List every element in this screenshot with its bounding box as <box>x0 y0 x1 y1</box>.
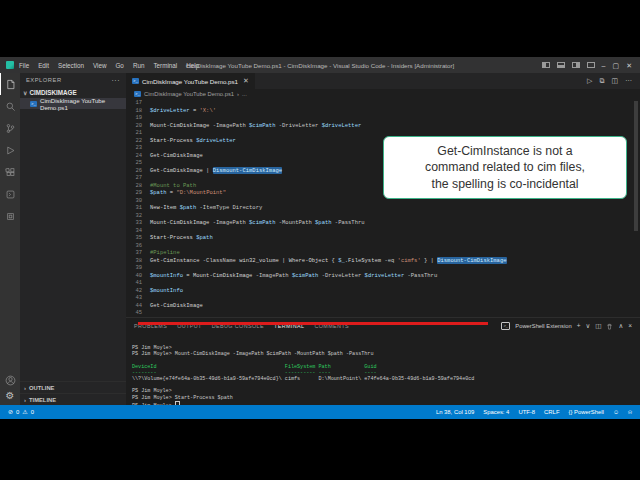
code-text: Start-Process $driveLetter <box>142 137 236 145</box>
outline-label: OUTLINE <box>29 385 54 391</box>
split-editor-icon[interactable]: ◫ <box>611 77 618 85</box>
editor-line-33[interactable]: 33Mount-CimDiskImage -ImagePath $cimPath… <box>126 219 640 227</box>
minimize-button[interactable]: – <box>602 62 606 69</box>
editor-line-41[interactable]: 41 <box>126 279 640 287</box>
editor-line-35[interactable]: 35Start-Process $path <box>126 234 640 242</box>
sidebar-file-demo-ps1[interactable]: >_ CimDiskImage YouTube Demo.ps1 <box>20 98 126 109</box>
code-text: $mountInfo <box>142 287 183 295</box>
editor-line-20[interactable]: 20Mount-CimDiskImage -ImagePath $cimPath… <box>126 122 640 130</box>
editor-line-38[interactable]: 38Get-CimInstance -ClassName win32_volum… <box>126 257 640 265</box>
feedback-icon[interactable]: ☺ <box>613 409 619 415</box>
customize-layout-icon[interactable] <box>587 62 595 68</box>
chevron-right-icon: › <box>24 397 26 403</box>
line-number: 36 <box>126 242 142 250</box>
kill-terminal-trash-icon[interactable] <box>606 323 613 330</box>
new-terminal-icon[interactable]: + <box>577 323 581 330</box>
panel-tab-debug-console[interactable]: DEBUG CONSOLE <box>212 318 264 333</box>
notifications-bell-icon[interactable]: ⍾ <box>628 409 632 415</box>
editor-line-39[interactable]: 39 <box>126 264 640 272</box>
menu-file[interactable]: File <box>19 62 29 69</box>
editor-line-40[interactable]: 40$mountInfo = Mount-CimDiskImage -Image… <box>126 272 640 280</box>
timeline-section[interactable]: › TIMELINE <box>20 393 126 405</box>
vscode-insiders-logo-icon <box>6 61 14 69</box>
menu-terminal[interactable]: Terminal <box>153 62 177 69</box>
run-and-debug-icon[interactable] <box>0 139 20 161</box>
editor-line-19[interactable]: 19 <box>126 114 640 122</box>
toggle-panel-icon[interactable] <box>557 62 565 68</box>
run-file-icon[interactable]: ▷ <box>587 77 592 85</box>
menu-go[interactable]: Go <box>115 62 123 69</box>
line-number: 24 <box>126 152 142 160</box>
terminal-shell-label[interactable]: PowerShell Extension <box>515 323 571 329</box>
editor-line-18[interactable]: 18$driveLetter = 'X:\' <box>126 107 640 115</box>
menu-view[interactable]: View <box>93 62 107 69</box>
editor-line-44[interactable]: 44Get-CimDiskImage <box>126 302 640 310</box>
editor-line-45[interactable]: 45 <box>126 309 640 317</box>
editor-line-31[interactable]: 31New-Item $path -ItemType Directory <box>126 204 640 212</box>
remote-explorer-icon[interactable] <box>0 183 20 205</box>
activity-bar-bottom: ⚙ <box>0 369 20 405</box>
settings-gear-icon[interactable]: ⚙ <box>6 391 15 401</box>
panel-tab-comments[interactable]: COMMENTS <box>314 318 349 333</box>
toggle-secondary-sidebar-icon[interactable] <box>572 62 580 68</box>
chevron-right-icon: › <box>24 385 26 391</box>
menu-run[interactable]: Run <box>133 62 145 69</box>
code-text <box>142 144 150 152</box>
breadcrumb-more[interactable]: ... <box>242 91 247 97</box>
tab-cimdiskimage-demo[interactable]: >_ CimDiskImage YouTube Demo.ps1 ✕ <box>126 73 255 89</box>
run-selection-icon[interactable]: ⧉ <box>599 77 604 85</box>
line-number: 34 <box>126 227 142 235</box>
editor-line-32[interactable]: 32 <box>126 212 640 220</box>
menu-selection[interactable]: Selection <box>58 62 84 69</box>
panel-tab-terminal[interactable]: TERMINAL <box>274 318 304 334</box>
code-text: Get-CimDiskImage | Dismount-CimDiskImage <box>142 167 282 175</box>
split-terminal-icon[interactable]: ◫ <box>595 323 601 330</box>
breadcrumb-file[interactable]: CimDiskImage YouTube Demo.ps1 <box>144 91 234 97</box>
terminal-output[interactable]: PS Jim Moyle>PS Jim Moyle> Mount-CimDisk… <box>126 333 640 405</box>
editor-scrollbar[interactable] <box>634 101 638 231</box>
more-actions-icon[interactable]: ⋯ <box>625 77 632 85</box>
panel-tab-output[interactable]: OUTPUT <box>177 318 202 333</box>
line-number: 27 <box>126 174 142 182</box>
status-language-mode[interactable]: {} PowerShell <box>569 409 604 415</box>
explorer-icon[interactable] <box>0 73 20 95</box>
extensions-icon[interactable] <box>0 161 20 183</box>
search-icon[interactable] <box>0 95 20 117</box>
editor-line-17[interactable]: 17 <box>126 99 640 107</box>
code-editor[interactable]: 1718$driveLetter = 'X:\'1920Mount-CimDis… <box>126 99 640 317</box>
custom-extension-icon[interactable] <box>0 205 20 227</box>
source-control-icon[interactable] <box>0 117 20 139</box>
panel-tab-problems[interactable]: PROBLEMS <box>134 318 167 333</box>
status-cursor-position[interactable]: Ln 38, Col 109 <box>436 409 474 415</box>
editor-line-42[interactable]: 42$mountInfo <box>126 287 640 295</box>
maximize-button[interactable]: ▢ <box>613 62 620 69</box>
close-window-button[interactable]: ✕ <box>626 62 632 69</box>
line-number: 31 <box>126 204 142 212</box>
close-panel-icon[interactable]: × <box>628 323 632 330</box>
menu-help[interactable]: Help <box>186 62 199 69</box>
line-number: 18 <box>126 107 142 115</box>
explorer-title: EXPLORER <box>26 77 62 83</box>
errors-icon: ⊘ <box>8 409 13 415</box>
toggle-sidebar-icon[interactable] <box>542 62 550 68</box>
editor-line-37[interactable]: 37#Pipeline <box>126 249 640 257</box>
panel-tabs: PROBLEMSOUTPUTDEBUG CONSOLETERMINALCOMME… <box>134 318 359 334</box>
accounts-icon[interactable] <box>0 369 20 391</box>
problems-status[interactable]: ⊘ 0 ⚠ 0 <box>8 409 34 415</box>
maximize-panel-icon[interactable]: ∧ <box>618 323 623 330</box>
editor-line-34[interactable]: 34 <box>126 227 640 235</box>
status-indentation[interactable]: Spaces: 4 <box>483 409 509 415</box>
line-number: 33 <box>126 219 142 227</box>
status-eol[interactable]: CRLF <box>544 409 559 415</box>
terminal-dropdown-icon[interactable]: ∨ <box>586 323 591 330</box>
close-tab-icon[interactable]: ✕ <box>243 77 249 85</box>
editor-line-36[interactable]: 36 <box>126 242 640 250</box>
code-text <box>142 114 150 122</box>
line-number: 41 <box>126 279 142 287</box>
editor-line-43[interactable]: 43 <box>126 294 640 302</box>
explorer-more-actions-icon[interactable]: ··· <box>112 77 121 84</box>
status-encoding[interactable]: UTF-8 <box>518 409 535 415</box>
menu-edit[interactable]: Edit <box>38 62 49 69</box>
powershell-file-icon: >_ <box>132 78 139 84</box>
outline-section[interactable]: › OUTLINE <box>20 381 126 393</box>
